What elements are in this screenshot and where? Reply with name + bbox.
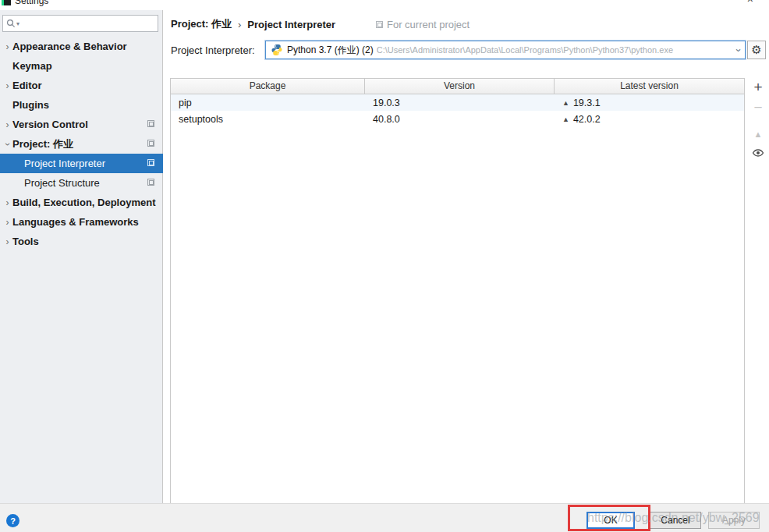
sidebar-item-label: Keymap: [12, 60, 52, 72]
chevron-collapsed-icon[interactable]: ›: [2, 80, 12, 91]
packages-toolbar: + − ▲: [747, 78, 769, 163]
dialog-footer: ? OK Cancel Apply https://blog.csdn.net/…: [0, 503, 769, 532]
sidebar-item-label: Tools: [12, 236, 39, 247]
packages-table: PackageVersionLatest version pip19.0.3▲1…: [170, 78, 745, 505]
scope-label: For current project: [387, 19, 470, 30]
sidebar-item-project-structure[interactable]: Project Structure: [0, 173, 163, 193]
interpreter-combobox[interactable]: Python 3.7 (作业) (2) C:\Users\Administrat…: [265, 41, 746, 59]
table-row-pip[interactable]: pip19.0.3▲19.3.1: [171, 94, 744, 111]
column-header-version[interactable]: Version: [365, 79, 555, 94]
scope-icon: [376, 21, 383, 28]
sidebar-item-project-作业[interactable]: ›Project: 作业: [0, 134, 163, 154]
sidebar-item-appearance-behavior[interactable]: ›Appearance & Behavior: [0, 37, 163, 56]
interpreter-name: Python 3.7 (作业) (2): [287, 44, 374, 57]
chevron-collapsed-icon[interactable]: ›: [2, 41, 12, 52]
shared-settings-icon: [147, 140, 154, 147]
shared-settings-icon: [147, 120, 154, 127]
sidebar-search[interactable]: ▾: [2, 15, 158, 32]
shared-settings-icon: [147, 159, 154, 166]
scope-indicator: For current project: [376, 19, 470, 30]
sidebar-item-languages-frameworks[interactable]: ›Languages & Frameworks: [0, 212, 163, 232]
upgrade-available-icon: ▲: [562, 99, 569, 107]
sidebar-item-label: Project: 作业: [12, 137, 73, 151]
package-version: 19.0.3: [365, 98, 555, 108]
sidebar-item-label: Plugins: [12, 99, 49, 111]
main-panel: Project: 作业 › Project Interpreter For cu…: [164, 10, 769, 503]
chevron-collapsed-icon[interactable]: ›: [2, 236, 12, 247]
breadcrumb-page: Project Interpreter: [247, 19, 335, 30]
breadcrumb: Project: 作业 › Project Interpreter: [171, 17, 335, 31]
uninstall-package-button[interactable]: −: [750, 98, 767, 117]
sidebar-item-label: Build, Execution, Deployment: [12, 197, 155, 208]
chevron-down-icon[interactable]: ›: [732, 48, 744, 51]
eye-icon: [752, 147, 764, 161]
settings-tree: ›Appearance & BehaviorKeymap›EditorPlugi…: [0, 37, 163, 251]
interpreter-settings-button[interactable]: ⚙: [747, 41, 766, 59]
plus-icon: +: [753, 79, 762, 96]
python-icon: [271, 44, 283, 56]
sidebar-item-label: Project Structure: [24, 177, 100, 189]
chevron-collapsed-icon[interactable]: ›: [2, 217, 12, 228]
sidebar-item-version-control[interactable]: ›Version Control: [0, 115, 163, 134]
sidebar-item-tools[interactable]: ›Tools: [0, 232, 163, 251]
shared-settings-icon: [147, 179, 154, 186]
sidebar-item-project-interpreter[interactable]: Project Interpreter: [0, 154, 163, 173]
install-package-button[interactable]: +: [750, 78, 767, 97]
upgrade-package-button[interactable]: ▲: [750, 125, 767, 144]
window-titlebar: Settings ×: [0, 0, 769, 10]
chevron-collapsed-icon[interactable]: ›: [2, 197, 12, 208]
close-icon[interactable]: ×: [747, 0, 753, 5]
search-icon: [6, 19, 16, 28]
sidebar-item-label: Appearance & Behavior: [12, 41, 127, 52]
minus-icon: −: [753, 99, 762, 116]
package-latest-version: ▲42.0.2: [555, 114, 744, 125]
settings-sidebar: ▾ ›Appearance & BehaviorKeymap›EditorPlu…: [0, 10, 163, 503]
sidebar-item-label: Project Interpreter: [24, 158, 105, 169]
gear-icon: ⚙: [751, 43, 761, 57]
breadcrumb-project[interactable]: Project: 作业: [171, 17, 232, 31]
package-name: pip: [171, 98, 365, 108]
question-icon: ?: [10, 516, 16, 526]
sidebar-item-label: Languages & Frameworks: [12, 216, 139, 228]
sidebar-item-label: Editor: [12, 80, 42, 91]
package-latest-version: ▲19.3.1: [555, 98, 744, 108]
interpreter-path: C:\Users\Administrator\AppData\Local\Pro…: [377, 45, 734, 55]
app-icon: [2, 0, 11, 5]
sidebar-item-keymap[interactable]: Keymap: [0, 56, 163, 76]
upgrade-icon: ▲: [754, 129, 763, 139]
column-header-package[interactable]: Package: [171, 79, 365, 94]
search-input[interactable]: [19, 18, 154, 29]
upgrade-available-icon: ▲: [562, 115, 569, 123]
cancel-button[interactable]: Cancel: [650, 512, 701, 529]
show-early-releases-button[interactable]: [750, 144, 767, 163]
sidebar-item-label: Version Control: [12, 119, 88, 130]
interpreter-label: Project Interpreter:: [171, 44, 255, 56]
apply-button: Apply: [708, 512, 760, 529]
help-button[interactable]: ?: [6, 514, 19, 527]
package-version: 40.8.0: [365, 114, 555, 125]
breadcrumb-separator: ›: [238, 19, 241, 30]
package-name: setuptools: [171, 114, 365, 125]
latest-version-value: 19.3.1: [573, 98, 601, 108]
packages-table-header: PackageVersionLatest version: [171, 79, 744, 94]
latest-version-value: 42.0.2: [573, 114, 601, 125]
chevron-expanded-icon[interactable]: ›: [2, 139, 13, 149]
ok-button[interactable]: OK: [586, 512, 635, 529]
sidebar-item-editor[interactable]: ›Editor: [0, 76, 163, 95]
sidebar-item-plugins[interactable]: Plugins: [0, 95, 163, 115]
chevron-collapsed-icon[interactable]: ›: [2, 119, 12, 130]
window-title: Settings: [15, 0, 48, 6]
table-row-setuptools[interactable]: setuptools40.8.0▲42.0.2: [171, 111, 744, 127]
sidebar-item-build-execution-deployment[interactable]: ›Build, Execution, Deployment: [0, 193, 163, 212]
column-header-latest-version[interactable]: Latest version: [555, 79, 744, 94]
